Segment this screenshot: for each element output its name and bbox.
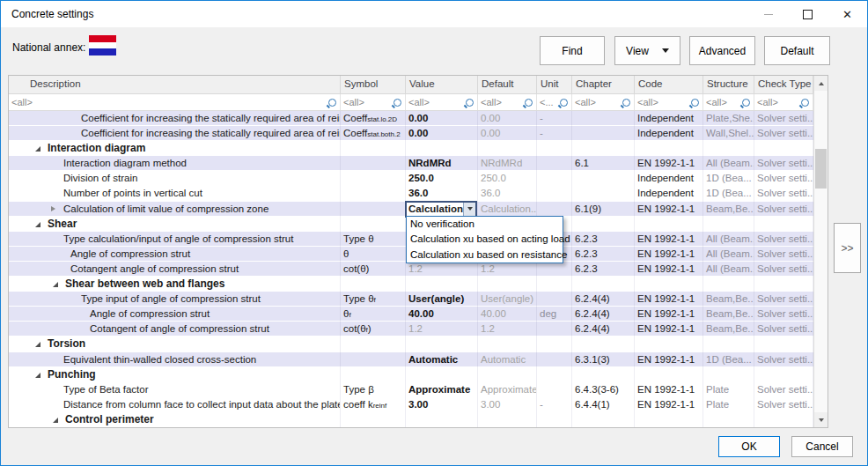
- dropdown-option[interactable]: Calculation xu based on acting load: [407, 232, 563, 247]
- table-row[interactable]: Type input of angle of compression strut…: [9, 292, 813, 307]
- search-icon[interactable]: [560, 99, 568, 107]
- column-header-check[interactable]: Check Type: [754, 76, 813, 93]
- default-text: 250.0: [481, 171, 536, 186]
- filter-code[interactable]: <all>: [635, 94, 703, 110]
- table-row[interactable]: Equivalent thin-walled closed cross-sect…: [9, 352, 813, 367]
- value-cell[interactable]: 0.00: [406, 126, 478, 141]
- table-row[interactable]: Number of points in vertical cut36.036.0…: [9, 186, 813, 201]
- column-header-structure[interactable]: Structure: [703, 76, 754, 93]
- row-symbol: Type β: [341, 382, 406, 397]
- section-row[interactable]: Interaction diagram: [9, 141, 813, 156]
- table-row[interactable]: Calculation of limit value of compressio…: [9, 202, 813, 217]
- section-row[interactable]: Punching: [9, 367, 813, 382]
- value-cell[interactable]: [406, 277, 478, 292]
- table-row[interactable]: Coefficient for increasing the staticall…: [9, 126, 813, 141]
- filter-check[interactable]: <all>: [754, 94, 813, 110]
- value-cell[interactable]: 1.2: [406, 262, 478, 277]
- filter-chapter[interactable]: <all>: [572, 94, 635, 110]
- dropdown-option[interactable]: No verification: [407, 217, 563, 232]
- view-button[interactable]: View: [614, 36, 680, 65]
- scrollbar-up-button[interactable]: [814, 76, 828, 91]
- table-row[interactable]: Division of strain250.0250.0Independent1…: [9, 171, 813, 186]
- collapse-toggle-icon[interactable]: [35, 146, 40, 152]
- expand-panel-button[interactable]: >>: [834, 223, 861, 273]
- column-header-code[interactable]: Code: [635, 76, 703, 93]
- section-row[interactable]: Shear between web and flanges: [9, 277, 813, 292]
- value-cell[interactable]: Automatic: [406, 352, 478, 367]
- value-cell[interactable]: Calculation: [406, 202, 478, 217]
- table-row[interactable]: Distance from column face to collect inp…: [9, 397, 813, 412]
- table-row[interactable]: Cotangent angle of compression strutcot(…: [9, 262, 813, 277]
- value-cell[interactable]: 1.2: [406, 322, 478, 337]
- filter-desc[interactable]: <all>: [9, 94, 341, 110]
- filter-text: <all>: [481, 97, 502, 107]
- value-cell[interactable]: [406, 337, 478, 351]
- search-icon[interactable]: [394, 99, 401, 107]
- scrollbar-down-button[interactable]: [814, 412, 828, 427]
- column-header-chapter[interactable]: Chapter: [572, 76, 635, 93]
- collapse-toggle-icon[interactable]: [35, 222, 40, 227]
- advanced-button[interactable]: Advanced: [689, 36, 755, 65]
- value-combobox[interactable]: Calculation: [405, 201, 477, 218]
- table-row[interactable]: Cotangent of angle of compression strutc…: [9, 322, 813, 337]
- search-icon[interactable]: [742, 99, 750, 107]
- table-row[interactable]: Coefficient for increasing the staticall…: [9, 111, 813, 126]
- netherlands-flag-icon[interactable]: [89, 35, 116, 55]
- value-cell[interactable]: 3.00: [406, 397, 478, 412]
- search-icon[interactable]: [622, 99, 630, 107]
- value-cell[interactable]: 250.0: [406, 171, 478, 186]
- vertical-scrollbar[interactable]: [813, 76, 828, 427]
- value-cell[interactable]: Approximate: [406, 382, 478, 397]
- search-icon[interactable]: [466, 99, 474, 107]
- value-cell[interactable]: User(angle): [406, 292, 478, 307]
- search-icon[interactable]: [525, 99, 533, 107]
- default-cell: Approximate: [478, 382, 537, 397]
- scrollbar-thumb[interactable]: [815, 149, 827, 189]
- search-icon[interactable]: [801, 99, 809, 107]
- collapse-toggle-icon[interactable]: [35, 373, 40, 378]
- table-row[interactable]: Type of Beta factorType βApproximateAppr…: [9, 382, 813, 397]
- unit-cell: [537, 156, 572, 171]
- symbol-text: coeff k: [343, 399, 373, 410]
- cancel-button[interactable]: Cancel: [791, 436, 853, 457]
- column-header-value[interactable]: Value: [406, 76, 478, 93]
- value-cell[interactable]: [406, 141, 478, 156]
- expand-toggle-icon[interactable]: [51, 206, 55, 211]
- check-type-cell: Solver setti...: [754, 202, 813, 217]
- value-cell[interactable]: [406, 367, 478, 382]
- default-cell: [478, 277, 537, 292]
- ok-button[interactable]: OK: [718, 436, 780, 457]
- default-button[interactable]: Default: [764, 36, 830, 65]
- maximize-button[interactable]: [788, 1, 828, 27]
- table-row[interactable]: Interaction diagram methodNRdMRdNRdMRd6.…: [9, 156, 813, 171]
- combobox-dropdown-button[interactable]: [463, 203, 475, 216]
- value-cell[interactable]: 0.00: [406, 111, 478, 126]
- section-row[interactable]: Torsion: [9, 337, 813, 351]
- column-header-default[interactable]: Default: [478, 76, 537, 93]
- filter-symbol[interactable]: <all>: [341, 94, 406, 110]
- column-header-unit[interactable]: Unit: [537, 76, 572, 93]
- value-cell[interactable]: 40.00: [406, 307, 478, 322]
- combobox-selected-value: Calculation: [407, 202, 463, 217]
- search-icon[interactable]: [328, 99, 336, 107]
- column-header-desc[interactable]: Description: [9, 76, 341, 93]
- dropdown-option[interactable]: Calculation xu based on resistance: [407, 248, 563, 263]
- collapse-toggle-icon[interactable]: [53, 282, 58, 287]
- value-cell[interactable]: NRdMRd: [406, 156, 478, 171]
- close-button[interactable]: ✕: [828, 1, 867, 27]
- filter-default[interactable]: <all>: [478, 94, 537, 110]
- filter-value[interactable]: <all>: [406, 94, 478, 110]
- unit-cell: -: [537, 397, 572, 412]
- filter-structure[interactable]: <all>: [703, 94, 754, 110]
- filter-unit[interactable]: <...: [537, 94, 572, 110]
- value-cell[interactable]: [406, 412, 478, 427]
- find-button[interactable]: Find: [540, 36, 605, 65]
- search-icon[interactable]: [691, 99, 699, 107]
- minimize-button[interactable]: [748, 1, 788, 27]
- value-cell[interactable]: 36.0: [406, 186, 478, 201]
- collapse-toggle-icon[interactable]: [53, 418, 58, 423]
- column-header-symbol[interactable]: Symbol: [341, 76, 406, 93]
- table-row[interactable]: Angle of compression strutθf40.0040.00de…: [9, 307, 813, 322]
- collapse-toggle-icon[interactable]: [35, 342, 40, 347]
- section-row[interactable]: Control perimeter: [9, 412, 813, 427]
